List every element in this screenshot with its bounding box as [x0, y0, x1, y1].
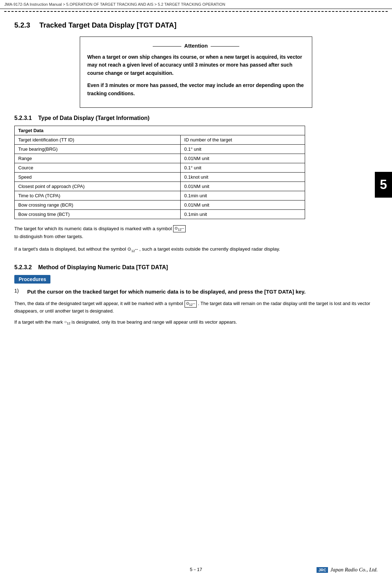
page-header: JMA-9172-SA Instruction Manual > 5.OPERA… — [0, 0, 392, 9]
table-cell: 0.1knot unit — [181, 172, 305, 182]
subsection1-title: 5.2.3.1 Type of Data Display (Target Inf… — [14, 115, 378, 121]
table-cell: Cource — [15, 163, 181, 172]
table-row: Bow crossing range (BCR) 0.01NM unit — [15, 200, 305, 209]
table-cell: Bow crossing range (BCR) — [15, 200, 181, 209]
table-cell: 0.1min unit — [181, 191, 305, 200]
symbol-tracked-target-2: ⊙12-- — [185, 300, 197, 308]
attention-label: Attention — [87, 43, 305, 49]
table-header: Target Data — [15, 126, 305, 135]
table-cell: Target identification (TT ID) — [15, 135, 181, 144]
table-cell: Range — [15, 154, 181, 163]
attention-paragraph2: Even if 3 minutes or more has passed, th… — [87, 81, 305, 97]
table-cell: Closest point of approach (CPA) — [15, 182, 181, 191]
table-cell: ID number of the target — [181, 135, 305, 144]
procedure-step-1: 1) Put the cursor on the tracked target … — [14, 288, 378, 296]
procedures-badge: Procedures — [14, 275, 50, 284]
table-cell: 0.1° unit — [181, 163, 305, 172]
main-content: 5.2.3 Tracked Target Data Display [TGT D… — [0, 14, 392, 337]
table-row: Target identification (TT ID) ID number … — [15, 135, 305, 144]
attention-paragraph1: When a target or own ship changes its co… — [87, 53, 305, 77]
symbol-unboxed-target: ⊙12-- — [127, 246, 139, 252]
dashed-divider — [4, 11, 388, 12]
table-cell: 0.1° unit — [181, 144, 305, 154]
table-row: Closest point of approach (CPA) 0.01NM u… — [15, 182, 305, 191]
table-cell: 0.01NM unit — [181, 154, 305, 163]
jrc-logo: JRC — [317, 567, 328, 573]
table-cell: Time to CPA (TCPA) — [15, 191, 181, 200]
symbol-circle-mark: ○12 — [64, 319, 72, 324]
symbol-tracked-target: ⊙12-- — [173, 225, 185, 232]
body-text-1: The target for which its numeric data is… — [14, 225, 378, 240]
chapter-tab: 5 — [375, 172, 392, 198]
table-cell: True bearing(BRG) — [15, 144, 181, 154]
page-number: 5－17 — [190, 566, 202, 573]
section-title: 5.2.3 Tracked Target Data Display [TGT D… — [14, 21, 378, 29]
attention-box: Attention When a target or own ship chan… — [80, 37, 312, 108]
footer-logo: JRC Japan Radio Co., Ltd. — [317, 567, 378, 573]
table-cell: 0.01NM unit — [181, 200, 305, 209]
table-cell: 0.1min unit — [181, 209, 305, 219]
procedure-step1-text: Put the cursor on the tracked target for… — [27, 288, 305, 296]
procedure-step1-desc1: Then, the data of the designated target … — [14, 300, 378, 315]
table-cell: Speed — [15, 172, 181, 182]
subsection2-title: 5.2.3.2 Method of Displaying Numeric Dat… — [14, 264, 378, 271]
target-data-table: Target Data Target identification (TT ID… — [14, 126, 305, 219]
table-cell: Bow crossing time (BCT) — [15, 209, 181, 219]
procedure-step1-desc2: If a target with the mark ○12 is designa… — [14, 319, 378, 326]
table-row: Time to CPA (TCPA) 0.1min unit — [15, 191, 305, 200]
table-row: Range 0.01NM unit — [15, 154, 305, 163]
table-cell: 0.01NM unit — [181, 182, 305, 191]
table-row: Cource 0.1° unit — [15, 163, 305, 172]
company-name: Japan Radio Co., Ltd. — [330, 567, 378, 573]
table-row: True bearing(BRG) 0.1° unit — [15, 144, 305, 154]
table-row: Bow crossing time (BCT) 0.1min unit — [15, 209, 305, 219]
table-row: Speed 0.1knot unit — [15, 172, 305, 182]
body-text-2: If a target's data is displayed, but wit… — [14, 245, 378, 253]
